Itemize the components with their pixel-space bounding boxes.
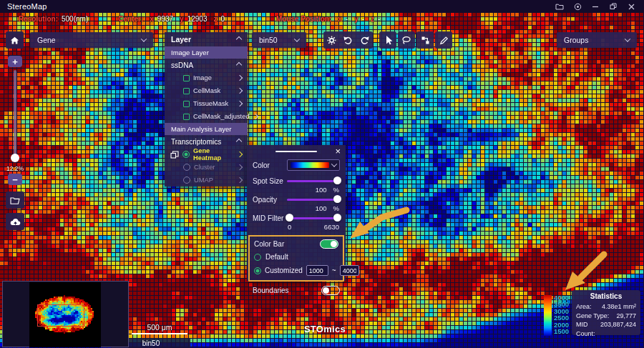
custom-min-input[interactable] xyxy=(306,265,328,276)
bin-size-dropdown[interactable]: bin50 xyxy=(252,32,306,48)
chevron-down-icon xyxy=(294,36,300,41)
popup-drag-handle[interactable] xyxy=(275,151,317,152)
zoom-out-button[interactable]: − xyxy=(8,174,22,185)
chevron-down-icon xyxy=(625,36,630,41)
main-analysis-section-header: Main Analysis Layer xyxy=(165,123,248,135)
color-bar-highlighted-section: Color Bar Default Customized ~ xyxy=(248,235,344,282)
transcriptomics-group-row[interactable]: Transcriptomics xyxy=(165,135,248,148)
merge-selection-button[interactable] xyxy=(416,31,434,49)
checkbox-unchecked[interactable] xyxy=(183,88,190,94)
gear-icon xyxy=(327,36,336,45)
groups-dropdown[interactable]: Groups xyxy=(557,32,637,48)
minimize-icon[interactable] xyxy=(590,1,601,11)
spot-size-row: Spot Size xyxy=(253,177,340,185)
undo-icon xyxy=(343,36,353,44)
settings-gear-button[interactable] xyxy=(323,31,340,49)
close-icon[interactable] xyxy=(625,1,637,11)
layers-icon xyxy=(170,151,179,159)
custom-max-input[interactable] xyxy=(340,265,359,276)
zoom-slider-handle[interactable] xyxy=(11,154,19,162)
scale-line xyxy=(132,333,187,334)
redo-button[interactable] xyxy=(356,31,373,49)
mid-filter-row: MID Filter xyxy=(253,214,340,222)
boundaries-toggle-off[interactable] xyxy=(321,286,340,295)
undo-button[interactable] xyxy=(340,31,356,49)
chevron-right-icon xyxy=(237,151,243,157)
file-browser-button[interactable] xyxy=(6,192,24,209)
chevron-right-icon xyxy=(237,101,243,106)
layer-item-umap[interactable]: UMAP xyxy=(165,174,248,187)
view-toolbar xyxy=(323,31,373,49)
layer-item-cluster[interactable]: Cluster xyxy=(165,161,248,174)
resolution-readout: Resolution: 500(nm) xyxy=(19,15,88,23)
spot-size-slider[interactable] xyxy=(287,177,340,185)
colormap-dropdown[interactable] xyxy=(287,159,340,171)
cursor-icon xyxy=(384,35,393,45)
minimap-image[interactable] xyxy=(29,282,101,347)
layer-panel-header[interactable]: Layer xyxy=(165,32,248,46)
spot-size-value: 100 xyxy=(316,186,327,194)
colorbar-legend-gradient xyxy=(544,295,552,336)
chevron-up-icon xyxy=(236,36,242,42)
ssdna-group-row[interactable]: ssDNA xyxy=(165,59,248,71)
lasso-icon xyxy=(401,36,411,45)
color-bar-row: Color Bar xyxy=(254,239,338,249)
minimap-viewport-rect[interactable] xyxy=(37,304,84,327)
status-bar: Resolution: 500(nm) Center: x9937 y12903… xyxy=(19,15,380,23)
zoom-slider-track[interactable] xyxy=(14,70,16,157)
plus-icon: + xyxy=(12,57,18,66)
layer-item-cellmask[interactable]: CellMask xyxy=(165,84,248,97)
layer-item-image[interactable]: Image xyxy=(165,71,248,84)
chevron-right-icon xyxy=(237,75,243,81)
zoom-in-button[interactable]: + xyxy=(8,56,22,67)
gene-select-dropdown[interactable]: Gene xyxy=(30,32,153,48)
mid-filter-range-slider[interactable] xyxy=(287,214,340,222)
layer-item-tissuemask[interactable]: TissueMask xyxy=(165,97,248,110)
pencil-icon xyxy=(439,36,449,45)
merge-cells-icon xyxy=(421,36,430,45)
stomics-watermark: STOmics xyxy=(289,324,361,334)
layer-panel: Layer Image Layer ssDNA Image CellMask T… xyxy=(165,32,248,187)
home-icon xyxy=(10,36,19,44)
colorbar-legend-ticks: 4000 3500 3000 2500 2000 1500 xyxy=(554,294,569,334)
stat-row-mid-count: MID Count:203,887,424 xyxy=(576,320,636,338)
layer-item-cellmask-adjusted[interactable]: CellMask_adjusted xyxy=(165,110,248,123)
close-icon[interactable]: × xyxy=(335,146,341,156)
minus-icon: − xyxy=(12,175,18,184)
radio-unselected[interactable] xyxy=(183,177,190,184)
restore-window-icon[interactable] xyxy=(608,1,619,11)
radio-selected[interactable] xyxy=(182,151,190,158)
radio-selected[interactable] xyxy=(254,267,261,274)
checkbox-unchecked[interactable] xyxy=(183,114,190,120)
scale-bar: 500 μm xyxy=(132,323,187,334)
open-project-icon[interactable] xyxy=(554,1,565,11)
cloud-upload-button[interactable] xyxy=(6,213,24,230)
opacity-slider[interactable] xyxy=(287,195,340,204)
radio-unselected[interactable] xyxy=(254,254,261,261)
settings-icon[interactable] xyxy=(572,1,583,11)
chevron-right-icon xyxy=(237,164,243,170)
default-option-row[interactable]: Default xyxy=(254,253,338,261)
mouse-position-readout: Mouse Position: x- y- z- xyxy=(276,15,380,23)
checkbox-unchecked[interactable] xyxy=(183,101,190,107)
app-title: StereoMap xyxy=(7,2,47,11)
lasso-select-button[interactable] xyxy=(398,31,415,49)
pointer-select-button[interactable] xyxy=(379,31,396,49)
checkbox-unchecked[interactable] xyxy=(183,75,190,81)
jet-colormap-gradient xyxy=(291,162,329,168)
minimap-panel xyxy=(2,281,129,347)
chevron-down-icon xyxy=(141,36,147,41)
edit-annotation-button[interactable] xyxy=(435,31,452,49)
window-controls xyxy=(554,1,637,11)
center-readout: Center: x9937 y12903 z0 xyxy=(118,15,225,23)
chevron-right-icon xyxy=(237,177,243,183)
color-bar-toggle-on[interactable] xyxy=(320,239,338,249)
mid-filter-min: 0 xyxy=(288,223,291,231)
chevron-right-icon xyxy=(237,88,243,94)
radio-unselected[interactable] xyxy=(183,164,190,171)
home-button[interactable] xyxy=(6,31,24,49)
customized-option-row[interactable]: Customized ~ xyxy=(254,265,338,276)
boundaries-row: Boundaries xyxy=(253,286,340,295)
layer-item-gene-heatmap[interactable]: Gene Heatmap xyxy=(165,148,248,161)
scale-label: 500 μm xyxy=(132,323,187,332)
